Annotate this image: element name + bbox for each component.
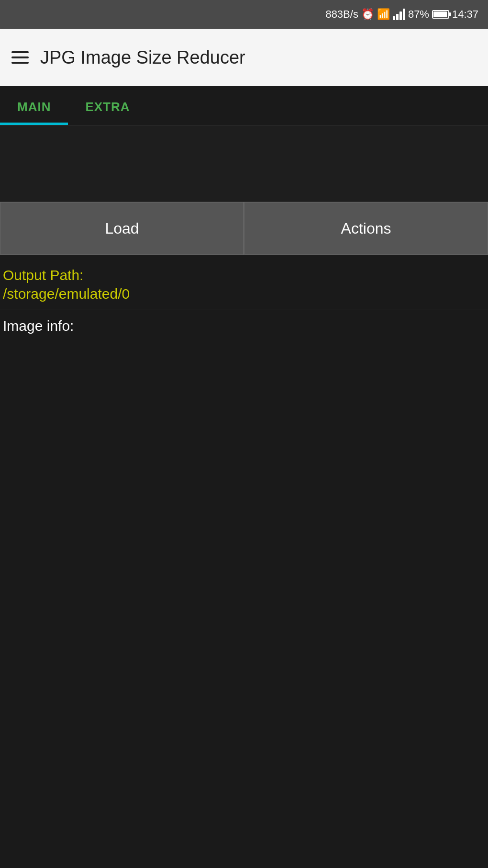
preview-area (0, 125, 488, 202)
buttons-row: Load Actions (0, 202, 488, 255)
output-path-label: Output Path: (3, 264, 485, 286)
app-title: JPG Image Size Reducer (40, 47, 245, 68)
output-path-section: Output Path: /storage/emulated/0 (0, 255, 488, 309)
image-info-label: Image info: (3, 318, 485, 334)
network-speed: 883B/s (325, 8, 358, 21)
actions-button[interactable]: Actions (244, 202, 488, 255)
signal-alt-icon (393, 9, 405, 20)
battery-percent: 87% (408, 8, 429, 21)
image-info-section: Image info: (0, 309, 488, 343)
status-bar: 883B/s ⏰ 📶 87% 14:37 (0, 0, 488, 29)
alarm-icon: ⏰ (361, 8, 374, 21)
app-bar: JPG Image Size Reducer (0, 29, 488, 86)
time-display: 14:37 (452, 8, 478, 21)
tab-main[interactable]: MAIN (0, 86, 68, 125)
battery-icon (432, 10, 449, 19)
status-icons: 883B/s ⏰ 📶 87% 14:37 (325, 8, 478, 21)
load-button[interactable]: Load (0, 202, 244, 255)
output-path-value: /storage/emulated/0 (3, 286, 485, 302)
tab-extra[interactable]: EXTRA (68, 86, 147, 125)
signal-icon: 📶 (377, 8, 390, 21)
tab-bar: MAIN EXTRA (0, 86, 488, 125)
hamburger-menu-icon[interactable] (11, 51, 29, 64)
